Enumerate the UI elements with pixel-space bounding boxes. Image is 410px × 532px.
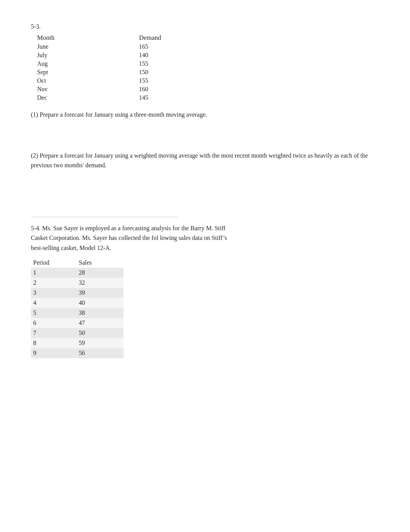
cell-period: 7: [31, 328, 77, 338]
table-row: 339: [31, 288, 124, 298]
question-2-text: (2) Prepare a forecast for January using…: [31, 151, 379, 170]
cell-sales: 40: [77, 298, 124, 308]
table-row: 128: [31, 268, 124, 278]
cell-period: 4: [31, 298, 77, 308]
cell-sales: 39: [77, 288, 124, 298]
cell-period: 6: [31, 318, 77, 328]
cell-sales: 28: [77, 268, 124, 278]
problem-53-section: 5-3. MonthDemandJune165July140Aug155Sept…: [31, 23, 379, 170]
table-row: 538: [31, 308, 124, 318]
table-row: 232: [31, 278, 124, 288]
cell-period: 5: [31, 308, 77, 318]
cell-demand: 160: [139, 85, 247, 93]
cell-demand: 155: [139, 59, 247, 68]
cell-month: Oct: [31, 76, 139, 85]
table-row: Nov160: [31, 85, 247, 93]
column-header-month: Month: [31, 33, 139, 42]
table-row: July140: [31, 51, 247, 59]
problem-54-intro-line1: 5-4. Ms. Sue Sayer is employed as a fore…: [31, 223, 379, 253]
cell-period: 8: [31, 338, 77, 348]
cell-sales: 50: [77, 328, 124, 338]
cell-month: Nov: [31, 85, 139, 93]
cell-month: June: [31, 42, 139, 51]
cell-demand: 155: [139, 76, 247, 85]
table-header-row: MonthDemand: [31, 33, 247, 42]
table-row: 440: [31, 298, 124, 308]
cell-month: Sept: [31, 68, 139, 76]
column-header-demand: Demand: [139, 33, 247, 42]
column-header-sales: Sales: [77, 258, 124, 268]
table-row: 647: [31, 318, 124, 328]
problem-54-table: PeriodSales128232339440538647750859956: [31, 258, 124, 358]
cell-month: Aug: [31, 59, 139, 68]
question-1-text: (1) Prepare a forecast for January using…: [31, 110, 379, 120]
table-row: Aug155: [31, 59, 247, 68]
cell-period: 2: [31, 278, 77, 288]
table-row: Sept150: [31, 68, 247, 76]
section-divider: [31, 217, 178, 217]
cell-sales: 47: [77, 318, 124, 328]
cell-month: Dec: [31, 93, 139, 102]
table-row: Oct155: [31, 76, 247, 85]
cell-sales: 38: [77, 308, 124, 318]
cell-demand: 145: [139, 93, 247, 102]
cell-month: July: [31, 51, 139, 59]
column-header-period: Period: [31, 258, 77, 268]
table-row: 956: [31, 348, 124, 358]
problem-53-table: MonthDemandJune165July140Aug155Sept150Oc…: [31, 33, 247, 102]
cell-sales: 56: [77, 348, 124, 358]
table-row: 750: [31, 328, 124, 338]
table-row: Dec145: [31, 93, 247, 102]
table-row: 859: [31, 338, 124, 348]
problem-53-number: 5-3.: [31, 23, 379, 30]
cell-demand: 150: [139, 68, 247, 76]
cell-period: 9: [31, 348, 77, 358]
problem-54-section: 5-4. Ms. Sue Sayer is employed as a fore…: [31, 223, 379, 358]
cell-demand: 165: [139, 42, 247, 51]
cell-sales: 32: [77, 278, 124, 288]
table-row: June165: [31, 42, 247, 51]
cell-period: 1: [31, 268, 77, 278]
table-header-row: PeriodSales: [31, 258, 124, 268]
cell-period: 3: [31, 288, 77, 298]
cell-demand: 140: [139, 51, 247, 59]
cell-sales: 59: [77, 338, 124, 348]
